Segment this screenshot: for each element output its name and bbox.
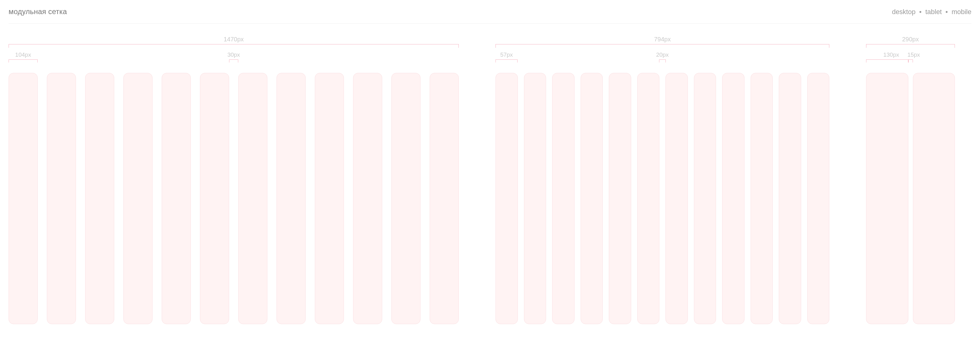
grid-column [581, 73, 603, 324]
gutter-width-bracket: 20px [659, 51, 666, 70]
grid-column [200, 73, 229, 324]
grid-column [85, 73, 114, 324]
breadcrumb-item: tablet [925, 8, 942, 16]
grid-column [751, 73, 773, 324]
gutter-width-label: 30px [227, 51, 240, 58]
grid-column [353, 73, 382, 324]
gutter-width-label: 15px [907, 51, 920, 58]
gutter-width-bracket: 30px [229, 51, 238, 70]
grid-column [722, 73, 745, 324]
grid-column [779, 73, 801, 324]
bracket-line [9, 44, 459, 49]
grid-column [866, 73, 908, 324]
total-width-label: 1470px [9, 36, 459, 43]
total-width-label: 794px [495, 36, 829, 43]
column-width-bracket: 57px [495, 51, 517, 70]
columns [495, 73, 829, 324]
page-header: модульная сетка desktop • tablet • mobil… [9, 7, 971, 24]
grid-tablet: 794px 57px 20px [495, 36, 829, 324]
sub-brackets: 130px 15px [866, 51, 955, 70]
grid-column [430, 73, 459, 324]
grid-column [913, 73, 955, 324]
breadcrumb-sep: • [920, 8, 922, 16]
grid-column [807, 73, 830, 324]
sub-brackets: 57px 20px [495, 51, 829, 70]
sub-brackets: 104px 30px [9, 51, 459, 70]
total-width-label: 290px [866, 36, 955, 43]
grid-column [47, 73, 76, 324]
grid-column [495, 73, 518, 324]
grid-column [694, 73, 716, 324]
bracket-line [495, 44, 829, 49]
grid-column [391, 73, 420, 324]
column-width-label: 57px [500, 51, 513, 58]
grid-column [238, 73, 267, 324]
bracket-line [866, 44, 955, 49]
gutter-width-label: 20px [656, 51, 668, 58]
column-width-bracket: 130px [866, 51, 908, 70]
columns [866, 73, 955, 324]
column-width-bracket: 104px [9, 51, 38, 70]
grid-column [609, 73, 631, 324]
grid-column [665, 73, 688, 324]
grid-column [9, 73, 38, 324]
breadcrumb: desktop • tablet • mobile [892, 8, 971, 16]
grid-column [637, 73, 660, 324]
grid-mobile: 290px 130px 15px [866, 36, 955, 324]
breadcrumb-item: desktop [892, 8, 915, 16]
column-width-label: 130px [866, 51, 908, 58]
page-title: модульная сетка [9, 7, 67, 16]
grid-column [277, 73, 305, 324]
grids-row: 1470px 104px 30px [9, 36, 971, 324]
grid-column [162, 73, 191, 324]
grid-column [552, 73, 574, 324]
grid-column [315, 73, 344, 324]
gutter-width-bracket: 15px [908, 51, 913, 70]
grid-column [123, 73, 153, 324]
breadcrumb-sep: • [945, 8, 948, 16]
breadcrumb-item: mobile [951, 8, 971, 16]
columns [9, 73, 459, 324]
column-width-label: 104px [15, 51, 31, 58]
grid-column [524, 73, 546, 324]
grid-desktop: 1470px 104px 30px [9, 36, 459, 324]
